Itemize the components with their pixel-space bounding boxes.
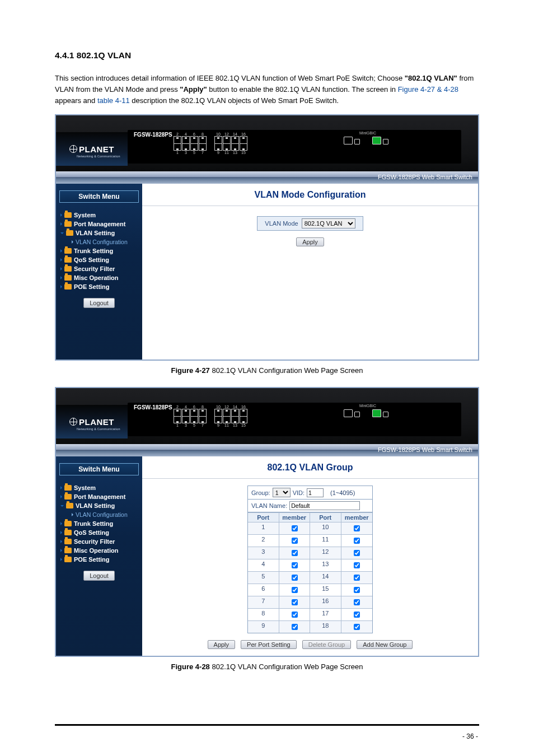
table-row: 817: [248, 608, 372, 620]
footer-divider: [55, 724, 479, 726]
member-checkbox[interactable]: [292, 562, 298, 568]
vlan-name-label: VLAN Name:: [251, 502, 287, 509]
logout-button[interactable]: Logout: [83, 298, 115, 308]
brand-subtitle: Networking & Communication: [77, 427, 120, 431]
port-cell: 10: [310, 522, 341, 534]
sidebar-item-trunk[interactable]: Trunk Setting: [60, 248, 139, 254]
member-checkbox[interactable]: [292, 525, 298, 531]
chevron-right-icon: [60, 249, 62, 253]
vlan-mode-label: VLAN Mode: [265, 220, 298, 227]
member-checkbox[interactable]: [292, 575, 298, 581]
port-cell: 17: [310, 608, 341, 620]
sidebar-item-vlan-setting[interactable]: VLAN Setting: [60, 502, 139, 509]
chevron-right-icon: [60, 558, 62, 561]
port-num: 4: [182, 132, 190, 136]
sidebar-item-label: Port Management: [74, 221, 125, 227]
table-row: 110: [248, 522, 372, 534]
member-checkbox[interactable]: [354, 525, 360, 531]
group-select[interactable]: 1: [273, 488, 291, 497]
intro-bold: "802.1Q VLAN": [405, 74, 457, 82]
port-num: 14: [231, 405, 239, 409]
member-checkbox[interactable]: [292, 612, 298, 618]
member-checkbox[interactable]: [292, 538, 298, 544]
member-cell: [341, 596, 373, 608]
member-cell: [341, 584, 373, 596]
sidebar-item-security[interactable]: Security Filter: [60, 265, 139, 272]
sidebar-item-misc[interactable]: Misc Operation: [60, 274, 139, 281]
brand-name: PLANET: [79, 144, 114, 154]
port-num: 13: [231, 151, 239, 155]
member-checkbox[interactable]: [354, 612, 360, 618]
member-cell: [279, 547, 311, 559]
logout-button[interactable]: Logout: [83, 571, 115, 581]
port-num: 1: [174, 151, 181, 155]
sidebar-item-port-mgmt[interactable]: Port Management: [60, 221, 139, 227]
vid-input[interactable]: [307, 488, 324, 497]
port-cell: 4: [248, 559, 279, 571]
member-checkbox[interactable]: [354, 562, 360, 568]
delete-group-button[interactable]: Delete Group: [302, 640, 351, 649]
sidebar-item-system[interactable]: System: [60, 212, 139, 218]
page-number: - 36 -: [462, 732, 478, 740]
port-num: 8: [199, 132, 207, 136]
member-checkbox[interactable]: [292, 587, 298, 593]
port-num: 15: [240, 151, 247, 155]
port-num: 4: [182, 405, 190, 409]
member-checkbox[interactable]: [354, 624, 360, 630]
table-header-port: Port: [310, 512, 341, 522]
vlan-mode-select[interactable]: 802.1Q VLAN: [302, 218, 355, 228]
sidebar-item-qos[interactable]: QoS Setting: [60, 529, 139, 536]
sidebar-item-poe[interactable]: POE Setting: [60, 283, 139, 290]
intro-link-table[interactable]: table 4-11: [97, 96, 130, 105]
sidebar-item-misc[interactable]: Misc Operation: [60, 547, 139, 554]
content-title: VLAN Mode Configuration: [142, 184, 478, 206]
port-cell: 15: [310, 584, 341, 596]
chevron-right-icon: [60, 213, 62, 217]
vlan-name-input[interactable]: [289, 501, 360, 510]
sidebar-subitem-vlan-config[interactable]: VLAN Configuration: [72, 511, 139, 518]
member-cell: [341, 571, 373, 584]
intro-text: This section introduces detail informati…: [55, 74, 405, 82]
member-checkbox[interactable]: [354, 575, 360, 581]
member-checkbox[interactable]: [354, 538, 360, 544]
sidebar-item-qos[interactable]: QoS Setting: [60, 256, 139, 263]
table-row: 615: [248, 584, 372, 596]
member-checkbox[interactable]: [354, 587, 360, 593]
folder-icon: [66, 503, 73, 508]
member-checkbox[interactable]: [354, 550, 360, 556]
add-new-group-button[interactable]: Add New Group: [357, 640, 413, 649]
port-num: 13: [231, 423, 239, 427]
folder-icon: [64, 557, 72, 562]
sidebar-item-security[interactable]: Security Filter: [60, 538, 139, 545]
member-checkbox[interactable]: [292, 624, 298, 630]
chevron-right-icon: [60, 276, 62, 279]
chevron-right-icon: [60, 486, 62, 489]
sidebar-item-system[interactable]: System: [60, 484, 139, 491]
intro-bold: "Apply": [180, 85, 207, 94]
per-port-setting-button[interactable]: Per Port Setting: [241, 640, 297, 649]
sidebar-item-label: Security Filter: [74, 265, 115, 272]
table-row: 716: [248, 596, 372, 608]
sidebar-item-trunk[interactable]: Trunk Setting: [60, 520, 139, 527]
sidebar-subitem-vlan-config[interactable]: VLAN Configuration: [72, 239, 139, 245]
apply-button[interactable]: Apply: [208, 640, 236, 649]
chevron-right-icon: [60, 540, 62, 543]
port-diagram: 2468 1357 10121416 9111315: [174, 132, 247, 155]
member-checkbox[interactable]: [292, 550, 298, 556]
intro-text: description the 802.1Q VLAN objects of W…: [132, 96, 339, 105]
table-row: 312: [248, 547, 372, 559]
table-row: 514: [248, 571, 372, 584]
sidebar-item-poe[interactable]: POE Setting: [60, 556, 139, 563]
member-checkbox[interactable]: [354, 599, 360, 605]
sidebar-item-label: POE Setting: [74, 283, 110, 290]
apply-button[interactable]: Apply: [296, 237, 324, 246]
folder-icon: [64, 284, 72, 290]
member-checkbox[interactable]: [292, 599, 298, 605]
sidebar-item-vlan-setting[interactable]: VLAN Setting: [60, 230, 139, 236]
member-cell: [341, 522, 373, 534]
figure-caption-bold: Figure 4-28: [171, 662, 209, 671]
port-num: 6: [190, 132, 198, 136]
brand-logo: PLANET Networking & Communication: [56, 405, 128, 438]
intro-link-figure[interactable]: Figure 4-27 & 4-28: [398, 85, 458, 94]
sidebar-item-port-mgmt[interactable]: Port Management: [60, 493, 139, 500]
